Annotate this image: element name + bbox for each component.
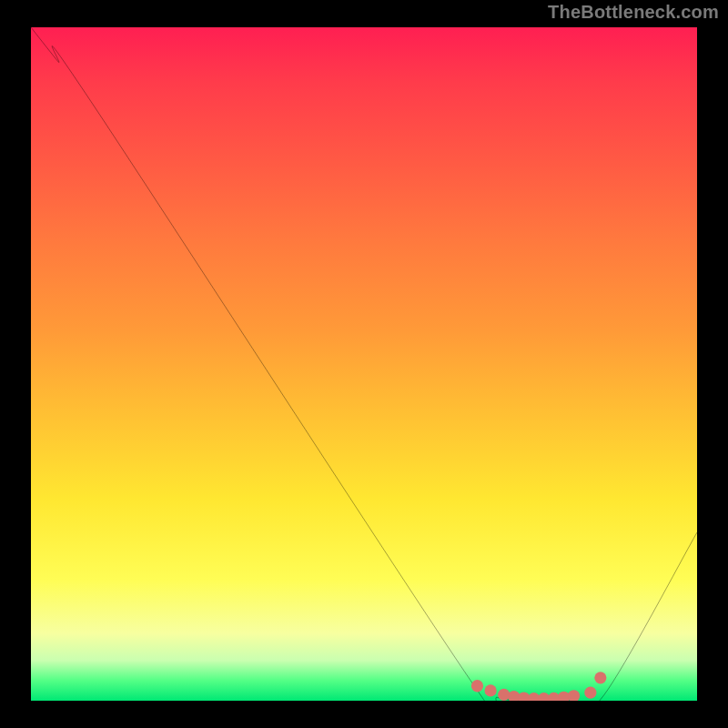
trough-marker <box>584 686 596 698</box>
bottleneck-curve <box>31 27 697 701</box>
chart-svg <box>31 27 697 701</box>
trough-marker <box>594 672 606 683</box>
watermark-text: TheBottleneck.com <box>548 2 719 23</box>
trough-marker <box>498 689 510 701</box>
chart-container: TheBottleneck.com <box>0 0 728 728</box>
plot-area <box>31 27 697 701</box>
trough-markers <box>471 672 607 701</box>
trough-marker <box>484 684 496 696</box>
trough-marker <box>568 690 580 701</box>
trough-marker <box>471 680 483 692</box>
